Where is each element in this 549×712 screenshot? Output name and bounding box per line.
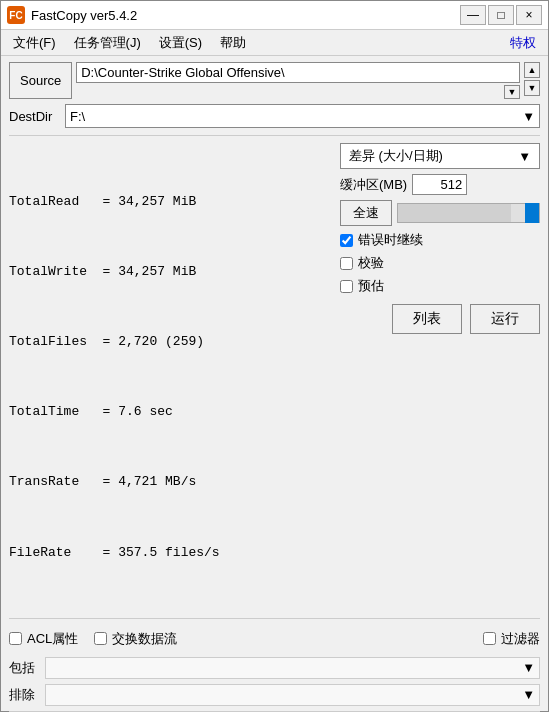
error-continue-checkbox[interactable] [340, 234, 353, 247]
source-button[interactable]: Source [9, 62, 72, 99]
exclude-filter-row: 排除 ▼ [9, 684, 540, 706]
error-continue-row: 错误时继续 [340, 231, 540, 249]
source-path-text: D:\Counter-Strike Global Offensive\ [81, 65, 285, 80]
destdir-row: DestDir F:\ ▼ [9, 104, 540, 128]
buffer-label: 缓冲区(MB) [340, 176, 407, 194]
speed-button[interactable]: 全速 [340, 200, 392, 226]
close-button[interactable]: × [516, 5, 542, 25]
speed-slider-thumb[interactable] [525, 203, 539, 223]
bottom-options-row: ACL属性 交换数据流 过滤器 [9, 626, 540, 652]
stream-group: 交换数据流 [94, 630, 177, 648]
error-continue-label[interactable]: 错误时继续 [358, 231, 423, 249]
verify-label[interactable]: 校验 [358, 254, 384, 272]
filter-right: 过滤器 [483, 630, 540, 648]
acl-group: ACL属性 [9, 630, 78, 648]
stat-line-6: FileRate = 357.5 files/s [9, 541, 332, 564]
list-button[interactable]: 列表 [392, 304, 462, 334]
verify-row: 校验 [340, 254, 540, 272]
speed-slider-fill [398, 204, 511, 222]
minimize-button[interactable]: — [460, 5, 486, 25]
source-dropdown-button[interactable]: ▼ [504, 85, 520, 99]
include-select[interactable]: ▼ [45, 657, 540, 679]
stat-line-5: TransRate = 4,721 MB/s [9, 470, 332, 493]
scroll-buttons: ▲ ▼ [524, 62, 540, 99]
filter-checkbox[interactable] [483, 632, 496, 645]
options-panel: 差异 (大小/日期) ▼ 缓冲区(MB) 全速 [340, 143, 540, 611]
destdir-dropdown-icon: ▼ [522, 109, 535, 124]
buffer-input[interactable] [412, 174, 467, 195]
estimate-label[interactable]: 预估 [358, 277, 384, 295]
title-buttons: — □ × [460, 5, 542, 25]
action-buttons: 列表 运行 [340, 304, 540, 334]
include-label: 包括 [9, 659, 39, 677]
title-bar: FC FastCopy ver5.4.2 — □ × [1, 1, 548, 30]
menu-tasks[interactable]: 任务管理(J) [66, 32, 149, 54]
stat-line-2: TotalWrite = 34,257 MiB [9, 260, 332, 283]
filter-label[interactable]: 过滤器 [501, 630, 540, 648]
run-button[interactable]: 运行 [470, 304, 540, 334]
estimate-row: 预估 [340, 277, 540, 295]
speed-row: 全速 [340, 200, 540, 226]
menu-settings[interactable]: 设置(S) [151, 32, 210, 54]
destdir-select[interactable]: F:\ ▼ [65, 104, 540, 128]
maximize-button[interactable]: □ [488, 5, 514, 25]
stats-panel: TotalRead = 34,257 MiB TotalWrite = 34,2… [9, 143, 332, 611]
menu-bar: 文件(F) 任务管理(J) 设置(S) 帮助 特权 [1, 30, 548, 56]
estimate-checkbox[interactable] [340, 280, 353, 293]
stat-line-1: TotalRead = 34,257 MiB [9, 190, 332, 213]
diff-select-icon: ▼ [518, 149, 531, 164]
menu-special[interactable]: 特权 [502, 32, 544, 54]
destdir-label: DestDir [9, 109, 61, 124]
destdir-path: F:\ [70, 109, 85, 124]
main-window: FC FastCopy ver5.4.2 — □ × 文件(F) 任务管理(J)… [0, 0, 549, 712]
menu-help[interactable]: 帮助 [212, 32, 254, 54]
scroll-down-button[interactable]: ▼ [524, 80, 540, 96]
source-path[interactable]: D:\Counter-Strike Global Offensive\ [76, 62, 520, 83]
main-content: Source D:\Counter-Strike Global Offensiv… [1, 56, 548, 712]
speed-slider[interactable] [397, 203, 540, 223]
divider-2 [9, 618, 540, 619]
stat-line-3: TotalFiles = 2,720 (259) [9, 330, 332, 353]
verify-checkbox[interactable] [340, 257, 353, 270]
divider-1 [9, 135, 540, 136]
acl-checkbox[interactable] [9, 632, 22, 645]
buffer-row: 缓冲区(MB) [340, 174, 540, 195]
title-bar-left: FC FastCopy ver5.4.2 [7, 6, 137, 24]
exclude-label: 排除 [9, 686, 39, 704]
stream-label[interactable]: 交换数据流 [112, 630, 177, 648]
stat-line-4: TotalTime = 7.6 sec [9, 400, 332, 423]
diff-select[interactable]: 差异 (大小/日期) ▼ [340, 143, 540, 169]
acl-label[interactable]: ACL属性 [27, 630, 78, 648]
middle-section: TotalRead = 34,257 MiB TotalWrite = 34,2… [9, 143, 540, 611]
exclude-dropdown-icon: ▼ [522, 687, 535, 702]
scroll-up-button[interactable]: ▲ [524, 62, 540, 78]
app-icon: FC [7, 6, 25, 24]
menu-items: 文件(F) 任务管理(J) 设置(S) 帮助 [5, 32, 254, 54]
source-row: Source D:\Counter-Strike Global Offensiv… [9, 62, 540, 99]
include-filter-row: 包括 ▼ [9, 657, 540, 679]
window-title: FastCopy ver5.4.2 [31, 8, 137, 23]
include-dropdown-icon: ▼ [522, 660, 535, 675]
stream-checkbox[interactable] [94, 632, 107, 645]
menu-file[interactable]: 文件(F) [5, 32, 64, 54]
exclude-select[interactable]: ▼ [45, 684, 540, 706]
diff-select-label: 差异 (大小/日期) [349, 147, 443, 165]
